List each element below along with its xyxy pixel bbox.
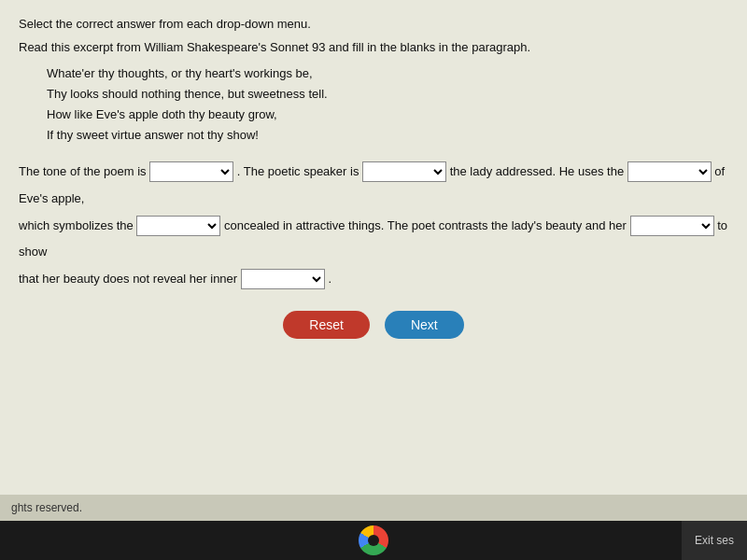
excerpt-box: Whate'er thy thoughts, or thy heart's wo…	[47, 63, 728, 146]
sentence3-end: .	[328, 272, 331, 286]
sentence2-pre: which symbolizes the	[19, 218, 134, 232]
dropdown-contrast[interactable]: character nature virtue	[630, 216, 714, 236]
sentence1-mid: . The poetic speaker is	[237, 164, 359, 178]
sentence3-pre: that her beauty does not reveal her inne…	[19, 272, 237, 286]
excerpt-line-4: If thy sweet virtue answer not thy show!	[47, 125, 728, 146]
excerpt-line-2: Thy looks should nothing thence, but swe…	[47, 84, 728, 105]
excerpt-line-3: How like Eve's apple doth thy beauty gro…	[47, 105, 728, 125]
dropdown-speaker[interactable]: admiring addressing criticizing	[362, 161, 446, 182]
footer-bar: ghts reserved.	[0, 495, 747, 521]
exit-session-button[interactable]: Exit ses	[682, 521, 747, 560]
sentence2-mid: concealed in attractive things. The poet…	[224, 218, 627, 232]
instruction-line1: Select the correct answer from each drop…	[19, 17, 728, 31]
next-button[interactable]: Next	[385, 311, 464, 339]
dropdown-literary-device[interactable]: metaphor symbol image	[627, 161, 712, 182]
taskbar: Exit ses	[0, 521, 747, 560]
instruction-line2: Read this excerpt from William Shakespea…	[19, 40, 728, 54]
dropdown-inner[interactable]: character beauty virtue	[241, 269, 325, 289]
footer-text: ghts reserved.	[11, 501, 82, 514]
main-content: Select the correct answer from each drop…	[0, 0, 747, 495]
dropdown-symbolizes[interactable]: evil beauty virtue	[136, 216, 220, 236]
sentence1-post: the lady addressed. He uses the	[450, 164, 624, 178]
reset-button[interactable]: Reset	[283, 311, 370, 339]
sentence1-pre: The tone of the poem is	[19, 164, 147, 178]
chrome-icon[interactable]	[359, 525, 388, 555]
dropdown-tone[interactable]: admiring bitter critical ironic	[149, 161, 233, 182]
excerpt-line-1: Whate'er thy thoughts, or thy heart's wo…	[47, 63, 728, 84]
fill-blank-section: The tone of the poem is admiring bitter …	[19, 159, 728, 292]
button-row: Reset Next	[19, 311, 728, 339]
